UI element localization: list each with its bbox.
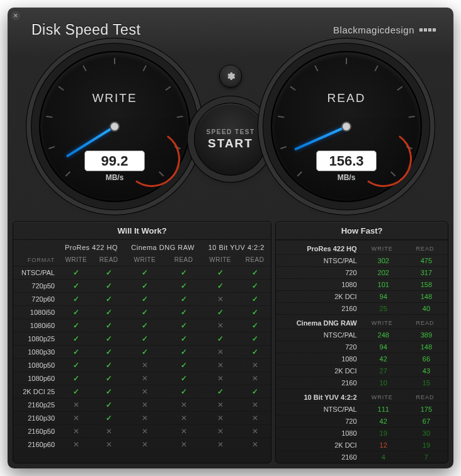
format-cell: 2160p25 bbox=[13, 399, 59, 412]
write-value-cell: 94 bbox=[362, 291, 405, 303]
format-cell: 720p50 bbox=[13, 280, 59, 293]
check-icon: ✓ bbox=[93, 319, 123, 332]
gauge-hub bbox=[341, 122, 351, 132]
cross-icon: ✕ bbox=[202, 319, 239, 332]
check-icon: ✓ bbox=[59, 359, 93, 372]
brand-logo: Blackmagicdesign bbox=[333, 25, 436, 35]
table-row: 720202317 bbox=[276, 267, 448, 279]
close-button[interactable]: ✕ bbox=[11, 11, 20, 20]
table-row: 1080i60✓✓✓✓✕✓ bbox=[13, 319, 271, 332]
cross-icon: ✕ bbox=[124, 412, 166, 425]
check-icon: ✓ bbox=[93, 399, 123, 412]
write-value-cell: 302 bbox=[362, 255, 405, 267]
format-cell: 720 bbox=[276, 416, 361, 428]
check-icon: ✓ bbox=[202, 280, 239, 293]
cross-icon: ✕ bbox=[202, 425, 239, 438]
table-row: 2160p50✕✕✕✕✕✕ bbox=[13, 425, 271, 438]
read-value-cell: 148 bbox=[405, 291, 448, 303]
table-row: NTSC/PAL302475 bbox=[276, 255, 448, 267]
format-cell: 2160 bbox=[276, 451, 361, 463]
format-cell: 1080p60 bbox=[13, 372, 59, 385]
cross-icon: ✕ bbox=[59, 399, 93, 412]
check-icon: ✓ bbox=[124, 280, 166, 293]
read-readout: 156.3 MB/s bbox=[316, 150, 377, 182]
check-icon: ✓ bbox=[59, 266, 93, 280]
check-icon: ✓ bbox=[124, 293, 166, 306]
table-row: 2K DCI1219 bbox=[276, 439, 448, 451]
cross-icon: ✕ bbox=[239, 438, 271, 451]
format-cell: 2K DCI bbox=[276, 365, 361, 377]
table-row: 720p50✓✓✓✓✓✓ bbox=[13, 280, 271, 293]
check-icon: ✓ bbox=[166, 359, 202, 372]
wr-write-label: WRITE bbox=[202, 254, 239, 266]
check-icon: ✓ bbox=[166, 332, 202, 346]
format-cell: NTSC/PAL bbox=[276, 404, 361, 416]
brand-text: Blackmagicdesign bbox=[333, 25, 414, 35]
write-value-cell: 248 bbox=[362, 329, 405, 341]
cross-icon: ✕ bbox=[166, 399, 202, 412]
table-row: 10804266 bbox=[276, 353, 448, 365]
table-row: 1080p30✓✓✓✓✕✓ bbox=[13, 346, 271, 359]
gauge-hub bbox=[110, 122, 120, 132]
codec-header: 10 Bit YUV 4:2:2 bbox=[202, 240, 271, 254]
write-value-cell: 94 bbox=[362, 341, 405, 353]
check-icon: ✓ bbox=[239, 319, 271, 332]
cross-icon: ✕ bbox=[166, 412, 202, 425]
format-cell: 1080 bbox=[276, 353, 361, 365]
format-cell: NTSC/PAL bbox=[13, 266, 59, 280]
write-value-cell: 202 bbox=[362, 267, 405, 279]
table-row: NTSC/PAL248389 bbox=[276, 329, 448, 341]
cross-icon: ✕ bbox=[93, 438, 123, 451]
fast-panel-title: How Fast? bbox=[276, 222, 448, 240]
cross-icon: ✕ bbox=[59, 438, 93, 451]
write-value-cell: 19 bbox=[362, 428, 405, 439]
cross-icon: ✕ bbox=[59, 412, 93, 425]
header: Disk Speed Test Blackmagicdesign bbox=[8, 8, 453, 45]
write-value-cell: 12 bbox=[362, 439, 405, 451]
cross-icon: ✕ bbox=[239, 425, 271, 438]
cross-icon: ✕ bbox=[202, 293, 239, 306]
write-value-cell: 25 bbox=[362, 303, 405, 315]
check-icon: ✓ bbox=[59, 293, 93, 306]
read-unit: MB/s bbox=[316, 173, 377, 182]
format-cell: 2160 bbox=[276, 377, 361, 389]
read-value-cell: 15 bbox=[405, 377, 448, 389]
check-icon: ✓ bbox=[166, 280, 202, 293]
check-icon: ✓ bbox=[93, 280, 123, 293]
check-icon: ✓ bbox=[239, 346, 271, 359]
table-row: 2K DCI 25✓✓✕✓✓✓ bbox=[13, 385, 271, 399]
cross-icon: ✕ bbox=[202, 399, 239, 412]
gauges-area: WRITE 99.2 MB/s SPEED TEST START READ bbox=[8, 45, 453, 221]
format-cell: 2160p60 bbox=[13, 438, 59, 451]
check-icon: ✓ bbox=[124, 306, 166, 319]
wr-read-label: READ bbox=[93, 254, 123, 266]
check-icon: ✓ bbox=[93, 266, 123, 280]
check-icon: ✓ bbox=[239, 280, 271, 293]
check-icon: ✓ bbox=[166, 266, 202, 280]
read-value-cell: 389 bbox=[405, 329, 448, 341]
read-value-cell: 475 bbox=[405, 255, 448, 267]
write-unit: MB/s bbox=[84, 173, 145, 182]
codec-header-row: ProRes 422 HQWRITEREAD bbox=[276, 241, 448, 255]
format-cell: 720p60 bbox=[13, 293, 59, 306]
table-row: 7204267 bbox=[276, 416, 448, 428]
check-icon: ✓ bbox=[166, 293, 202, 306]
table-row: 21602540 bbox=[276, 303, 448, 315]
format-cell: 1080p25 bbox=[13, 332, 59, 346]
format-cell: 720 bbox=[276, 267, 361, 279]
check-icon: ✓ bbox=[93, 372, 123, 385]
check-icon: ✓ bbox=[166, 319, 202, 332]
format-cell: 1080i50 bbox=[13, 306, 59, 319]
codec-header-row: Cinema DNG RAWWRITEREAD bbox=[276, 315, 448, 329]
cross-icon: ✕ bbox=[124, 359, 166, 372]
start-line1: SPEED TEST bbox=[206, 128, 254, 135]
check-icon: ✓ bbox=[166, 385, 202, 399]
settings-button[interactable] bbox=[219, 65, 242, 88]
format-cell: 1080i60 bbox=[13, 319, 59, 332]
read-value-cell: 30 bbox=[405, 428, 448, 439]
codec-header-row: 10 Bit YUV 4:2:2WRITEREAD bbox=[276, 389, 448, 404]
read-value: 156.3 bbox=[316, 150, 377, 171]
start-button[interactable]: SPEED TEST START bbox=[194, 103, 267, 176]
gear-icon bbox=[225, 71, 236, 81]
wr-read-label: READ bbox=[239, 254, 271, 266]
